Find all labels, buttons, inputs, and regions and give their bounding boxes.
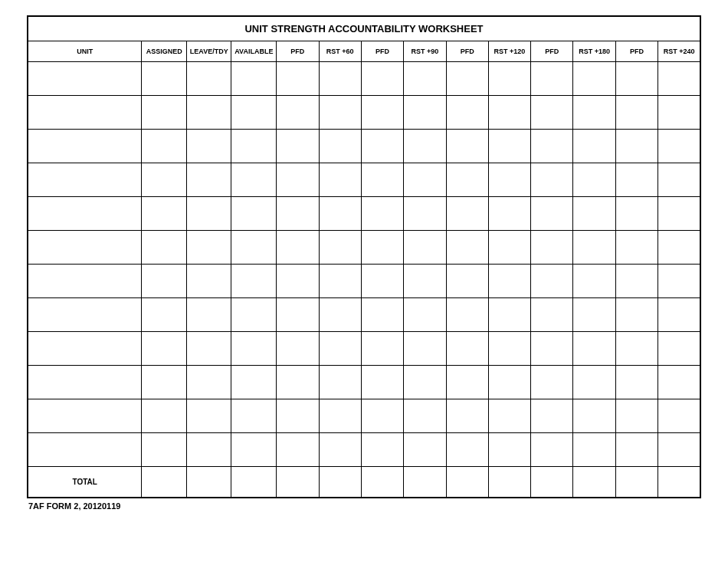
cell[interactable] [488, 332, 530, 366]
cell[interactable] [231, 298, 277, 332]
cell[interactable] [446, 96, 488, 130]
cell[interactable] [28, 130, 142, 163]
cell[interactable] [404, 433, 446, 467]
cell[interactable] [231, 399, 277, 433]
cell[interactable] [488, 399, 530, 433]
cell[interactable] [658, 163, 700, 197]
cell[interactable] [404, 332, 446, 366]
cell[interactable] [361, 399, 403, 433]
cell[interactable] [446, 433, 488, 467]
cell[interactable] [361, 96, 403, 130]
cell[interactable] [28, 96, 142, 130]
cell[interactable] [186, 96, 231, 130]
cell[interactable] [186, 298, 231, 332]
cell[interactable] [573, 130, 615, 163]
cell[interactable] [142, 62, 187, 96]
cell[interactable] [404, 197, 446, 231]
cell[interactable] [573, 433, 615, 467]
cell[interactable] [488, 62, 530, 96]
cell[interactable] [615, 62, 657, 96]
cell[interactable] [186, 130, 231, 163]
cell[interactable] [142, 96, 187, 130]
cell[interactable] [28, 231, 142, 265]
cell[interactable] [277, 62, 319, 96]
cell[interactable] [404, 231, 446, 265]
cell[interactable] [531, 298, 573, 332]
cell[interactable] [404, 265, 446, 298]
cell[interactable] [488, 231, 530, 265]
cell[interactable] [361, 298, 403, 332]
cell[interactable] [615, 197, 657, 231]
cell[interactable] [615, 366, 657, 399]
cell[interactable] [615, 298, 657, 332]
cell[interactable] [531, 231, 573, 265]
cell[interactable] [573, 163, 615, 197]
cell[interactable] [142, 163, 187, 197]
cell[interactable] [231, 130, 277, 163]
cell[interactable] [231, 265, 277, 298]
cell[interactable] [28, 197, 142, 231]
cell[interactable] [404, 62, 446, 96]
cell[interactable] [142, 399, 187, 433]
cell[interactable] [658, 433, 700, 467]
cell[interactable] [658, 197, 700, 231]
cell[interactable] [28, 265, 142, 298]
cell[interactable] [361, 433, 403, 467]
cell[interactable] [446, 265, 488, 298]
cell[interactable] [319, 231, 361, 265]
cell[interactable] [488, 130, 530, 163]
cell[interactable] [446, 197, 488, 231]
cell[interactable] [446, 62, 488, 96]
cell[interactable] [142, 197, 187, 231]
cell[interactable] [658, 265, 700, 298]
cell[interactable] [186, 366, 231, 399]
cell[interactable] [231, 433, 277, 467]
cell[interactable] [531, 163, 573, 197]
cell[interactable] [531, 130, 573, 163]
cell[interactable] [277, 163, 319, 197]
cell[interactable] [28, 366, 142, 399]
cell[interactable] [142, 332, 187, 366]
cell[interactable] [658, 62, 700, 96]
cell[interactable] [658, 231, 700, 265]
total-cell[interactable] [531, 467, 573, 498]
total-cell[interactable] [446, 467, 488, 498]
cell[interactable] [615, 130, 657, 163]
cell[interactable] [319, 197, 361, 231]
cell[interactable] [231, 62, 277, 96]
cell[interactable] [615, 399, 657, 433]
cell[interactable] [142, 130, 187, 163]
cell[interactable] [531, 399, 573, 433]
cell[interactable] [28, 163, 142, 197]
cell[interactable] [142, 231, 187, 265]
cell[interactable] [277, 130, 319, 163]
cell[interactable] [404, 399, 446, 433]
cell[interactable] [446, 332, 488, 366]
total-cell[interactable] [488, 467, 530, 498]
cell[interactable] [488, 433, 530, 467]
cell[interactable] [404, 366, 446, 399]
cell[interactable] [231, 231, 277, 265]
cell[interactable] [231, 96, 277, 130]
cell[interactable] [573, 265, 615, 298]
cell[interactable] [615, 265, 657, 298]
total-cell[interactable] [319, 467, 361, 498]
cell[interactable] [573, 366, 615, 399]
total-cell[interactable] [186, 467, 231, 498]
cell[interactable] [142, 433, 187, 467]
cell[interactable] [573, 62, 615, 96]
cell[interactable] [446, 399, 488, 433]
cell[interactable] [319, 163, 361, 197]
cell[interactable] [28, 298, 142, 332]
cell[interactable] [658, 96, 700, 130]
cell[interactable] [319, 298, 361, 332]
cell[interactable] [277, 231, 319, 265]
cell[interactable] [404, 298, 446, 332]
cell[interactable] [446, 130, 488, 163]
cell[interactable] [361, 62, 403, 96]
cell[interactable] [488, 96, 530, 130]
cell[interactable] [361, 130, 403, 163]
cell[interactable] [531, 197, 573, 231]
cell[interactable] [277, 332, 319, 366]
cell[interactable] [573, 231, 615, 265]
